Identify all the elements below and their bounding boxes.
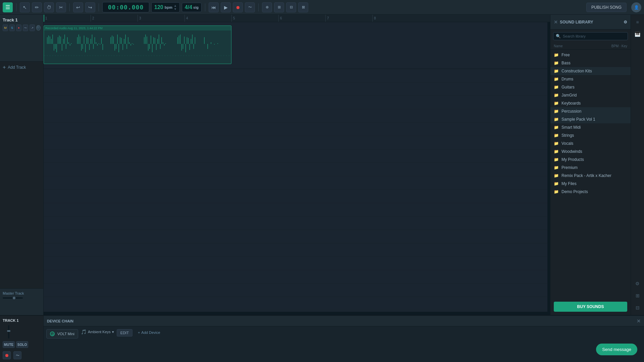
library-item-remix-pack[interactable]: 📁 Remix Pack - Artik x Kacher [550, 172, 631, 180]
library-item-bass[interactable]: 📁 Bass [550, 59, 631, 67]
track1-mute-btn[interactable]: M [3, 24, 8, 31]
device-chain-title: DEVICE CHAIN [47, 319, 73, 323]
folder-icon: 📁 [554, 117, 559, 122]
add-device-button[interactable]: + Add Device [135, 329, 163, 336]
track1-header: Track 1 M S ● 〜 ↗ [0, 15, 43, 62]
preset-dropdown-icon[interactable]: ▾ [112, 330, 114, 334]
undo-btn[interactable]: ↩ [73, 2, 83, 12]
folder-icon: 📁 [554, 85, 559, 89]
bpm-display[interactable]: 120 bpm ▲▼ [151, 2, 180, 12]
device-preset-area[interactable]: 🎵 Ambient Keys ▾ [81, 329, 114, 335]
user-avatar[interactable]: 👤 [631, 2, 641, 12]
library-item-drums[interactable]: 📁 Drums [550, 75, 631, 83]
library-settings-icon[interactable]: ⚙ [624, 20, 627, 24]
folder-icon: 📁 [554, 125, 559, 130]
mute-button[interactable]: MUTE [3, 341, 15, 348]
library-item-guitars[interactable]: 📁 Guitars [550, 83, 631, 91]
bottom-eq-btn[interactable]: 〜 [13, 351, 21, 359]
menu-button[interactable]: ☰ [3, 2, 13, 12]
library-item-smart-midi[interactable]: 📁 Smart Midi [550, 123, 631, 131]
bottom-track-label: TRACK 1 MUTE SOLO ⏺ 〜 [0, 316, 44, 362]
library-search-input[interactable] [553, 32, 628, 40]
library-item-woodwinds[interactable]: 📁 Woodwinds [550, 147, 631, 156]
device-power-btn[interactable]: ⏻ [50, 331, 55, 336]
folder-icon: 📁 [554, 101, 559, 106]
send-message-button[interactable]: Send message [596, 344, 637, 355]
bottom-track-name: TRACK 1 [3, 318, 41, 322]
tool-c[interactable]: ⊟ [286, 2, 296, 12]
track1-rec-btn[interactable]: ● [16, 24, 21, 31]
folder-icon: 📁 [554, 53, 559, 57]
library-item-demo-projects[interactable]: 📁 Demo Projects [550, 188, 631, 196]
grid-icon-a-btn[interactable]: ⊞ [633, 291, 642, 300]
library-item-my-products[interactable]: 📁 My Products [550, 156, 631, 164]
select-tool[interactable]: ↖ [20, 2, 30, 12]
tool-a[interactable]: ⊕ [262, 2, 272, 12]
track1-volume-knob[interactable] [36, 25, 41, 31]
add-track-button[interactable]: + Add Track [0, 62, 43, 73]
sound-library-panel: ✕ SOUND LIBRARY ⚙ 🔍 Name BPM · Key 📁 Fre… [550, 15, 631, 315]
play-btn[interactable]: ▶ [221, 2, 231, 12]
redo-btn[interactable]: ↪ [85, 2, 95, 12]
master-track-panel: Master Track [0, 288, 43, 315]
audio-clip-1[interactable]: Recorded Audio Aug 11, 2023, 1:44:22 PM [44, 25, 231, 64]
go-start-btn[interactable]: ⏮ [209, 2, 219, 12]
track-panel: Track 1 M S ● 〜 ↗ + Add Track Master Tra… [0, 15, 44, 315]
mixer-icon-btn[interactable]: ≡ [633, 17, 642, 27]
track1-auto-btn[interactable]: ↗ [30, 24, 35, 31]
time-sig-display[interactable]: 4/4 sig [182, 3, 202, 12]
library-item-vocals[interactable]: 📁 Vocals [550, 139, 631, 147]
track1-eq-btn[interactable]: 〜 [23, 24, 28, 31]
vertical-scrollbar[interactable] [547, 22, 550, 312]
folder-icon: 📁 [554, 181, 559, 186]
tool-d[interactable]: ⊠ [298, 2, 308, 12]
playhead-indicator [44, 15, 44, 22]
library-close-icon[interactable]: ✕ [554, 19, 558, 25]
transport-time-display[interactable]: 00:00.000 [102, 2, 149, 12]
tracks-scroll-container: Recorded Audio Aug 11, 2023, 1:44:22 PM [44, 22, 550, 312]
library-item-premium[interactable]: 📁 Premium [550, 164, 631, 172]
timeline-ruler[interactable]: 1 2 3 4 5 6 7 8 [44, 15, 550, 22]
device-item-volt[interactable]: ⏻ VOLT Mini [46, 329, 78, 339]
library-columns: Name BPM · Key [550, 43, 631, 50]
pencil-tool[interactable]: ✏ [32, 2, 42, 12]
tool-b[interactable]: ⊞ [274, 2, 284, 12]
library-item-my-files[interactable]: 📁 My Files [550, 180, 631, 188]
arrangement-area: 1 2 3 4 5 6 7 8 Recorded Audio Aug 11, 2… [44, 15, 550, 315]
piano-icon-btn[interactable]: 🎹 [633, 29, 642, 39]
track1-lane[interactable]: Recorded Audio Aug 11, 2023, 1:44:22 PM [44, 22, 547, 69]
settings-icon-btn[interactable]: ⚙ [633, 279, 642, 288]
timeline-scrollbar[interactable] [44, 312, 550, 315]
cut-tool[interactable]: ✂ [56, 2, 66, 12]
ruler-mark-5: 5 [231, 15, 235, 22]
power-icon: ⏻ [51, 333, 54, 336]
tracks-area[interactable]: Recorded Audio Aug 11, 2023, 1:44:22 PM [44, 22, 547, 312]
library-item-sample-pack[interactable]: 📁 Sample Pack Vol 1 [550, 115, 631, 123]
folder-icon: 📁 [554, 77, 559, 81]
clock-tool[interactable]: ⏱ [44, 2, 54, 12]
ruler-mark-3: 3 [138, 15, 141, 22]
buy-sounds-button[interactable]: BUY SOUNDS [554, 302, 627, 312]
library-item-strings[interactable]: 📁 Strings [550, 131, 631, 139]
library-item-free[interactable]: 📁 Free [550, 51, 631, 59]
add-track-icon: + [3, 64, 6, 70]
folder-icon: 📁 [554, 109, 559, 114]
folder-icon: 📁 [554, 141, 559, 146]
library-item-construction-kits[interactable]: 📁 Construction Kits [550, 67, 631, 75]
solo-button[interactable]: SOLO [16, 341, 28, 348]
track1-solo-btn[interactable]: S [9, 24, 15, 31]
device-edit-button[interactable]: EDIT [117, 329, 132, 337]
library-item-percussion[interactable]: 📁 Percussion [550, 107, 631, 115]
waveform-display [44, 31, 231, 57]
library-item-jamgrid[interactable]: 📁 JamGrid [550, 91, 631, 99]
add-device-label: Add Device [141, 330, 160, 335]
ruler-mark-6: 6 [278, 15, 282, 22]
col-name: Name [554, 44, 563, 48]
library-item-keyboards[interactable]: 📁 Keyboards [550, 99, 631, 107]
bottom-rec-btn[interactable]: ⏺ [3, 351, 11, 359]
record-btn[interactable]: ⏺ [233, 2, 243, 12]
loop-btn[interactable]: 〜 [245, 2, 255, 12]
publish-song-button[interactable]: PUBLISH SONG [586, 3, 627, 12]
device-chain-close-btn[interactable]: ✕ [637, 318, 641, 324]
grid-icon-b-btn[interactable]: ⊟ [633, 303, 642, 312]
